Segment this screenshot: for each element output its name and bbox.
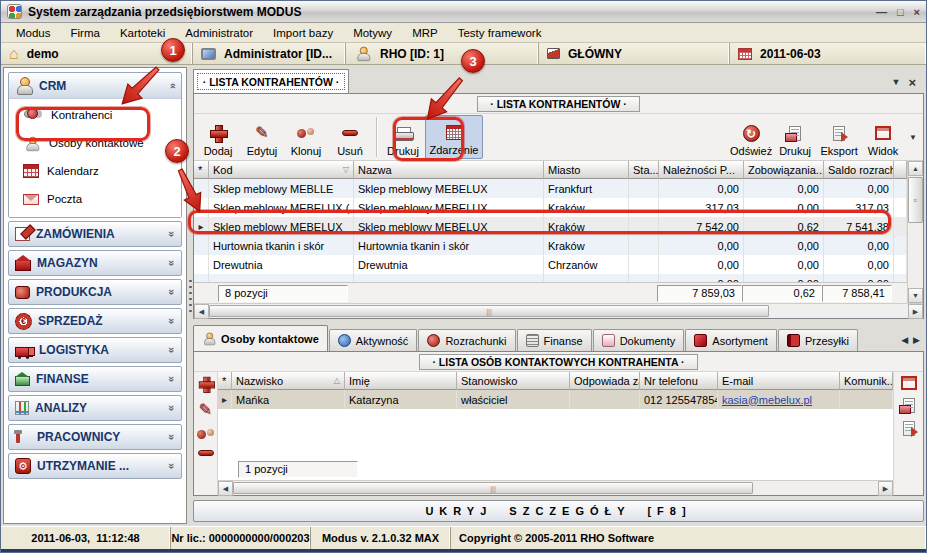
col-stanowisko[interactable]: Stanowisko — [457, 372, 570, 390]
tab-close-icon[interactable]: × — [908, 78, 924, 93]
export-button[interactable]: Eksport — [817, 115, 861, 159]
export-contact-button[interactable] — [903, 421, 915, 436]
col-marker[interactable]: * — [218, 372, 232, 390]
sidebar-group-sprzedaz[interactable]: € SPRZEDAŻ » — [8, 308, 182, 334]
table-row[interactable]: Hurtownia tkanin i skór Hurtownia tkanin… — [194, 236, 907, 255]
tabs-scroll-right-icon[interactable]: ▶ — [913, 335, 924, 351]
tabs-scroll-left-icon[interactable]: ◀ — [901, 335, 912, 351]
col-email[interactable]: E-mail — [718, 372, 840, 390]
contacts-horizontal-scrollbar[interactable]: ◀ ||| ▶ — [218, 480, 893, 495]
magazyn-icon — [15, 260, 31, 271]
hide-details-button[interactable]: UKRYJ SZCZEGÓŁY [F8] — [193, 500, 924, 522]
col-nazwisko[interactable]: Nazwisko△ — [232, 372, 345, 390]
poczta-label: Poczta — [47, 193, 82, 205]
add-contact-button[interactable] — [198, 377, 212, 391]
highlight-kontrahenci — [16, 107, 150, 141]
collapse-chevron-icon[interactable]: » — [166, 82, 178, 88]
branch-segment[interactable]: GŁÓWNY — [539, 43, 730, 64]
horizontal-scrollbar[interactable]: ◀ ||| ▶ — [194, 303, 923, 318]
scrollbar-thumb[interactable]: ≡ — [908, 177, 923, 223]
tab-przesylki[interactable]: Przesyłki — [778, 329, 858, 351]
menu-firma[interactable]: Firma — [62, 25, 109, 41]
expand-chevron-icon: » — [166, 463, 178, 469]
tab-rozrachunki[interactable]: Rozrachunki — [418, 329, 515, 351]
date-segment[interactable]: 2011-06-03 — [730, 43, 926, 64]
contact-row-selected[interactable]: ▸ Mańka Katarzyna właściciel 012 1255478… — [218, 390, 893, 409]
operator-segment[interactable]: RHO [ID: 1] — [346, 43, 539, 64]
scroll-down-icon: ▼ — [908, 288, 923, 303]
pracownicy-icon — [15, 430, 31, 444]
col-komunikator[interactable]: Komunik... — [840, 372, 893, 390]
col-odpowiada-za[interactable]: Odpowiada za — [570, 372, 640, 390]
delete-button[interactable]: Usuń — [328, 115, 372, 159]
col-zobowiazania[interactable]: Zobowiązania... — [744, 161, 824, 179]
col-kod[interactable]: Kod▽ — [209, 161, 354, 179]
sidebar-group-zamowienia[interactable]: ZAMÓWIENIA » — [8, 221, 182, 247]
clone-contact-button[interactable] — [197, 428, 215, 440]
sidebar-item-poczta[interactable]: Poczta — [23, 189, 181, 209]
menu-mrp[interactable]: MRP — [403, 25, 447, 41]
scrollbar-thumb[interactable]: ||| — [233, 482, 753, 494]
menu-administrator[interactable]: Administrator — [176, 25, 262, 41]
sidebar-group-utrzymanie[interactable]: ⚙ UTRZYMANIE ... » — [8, 453, 182, 479]
close-icon[interactable]: × — [914, 6, 920, 18]
col-status[interactable]: Sta... — [629, 161, 659, 179]
col-nr-telefonu[interactable]: Nr telefonu — [640, 372, 718, 390]
view-dropdown-icon[interactable]: ▼ — [905, 133, 921, 142]
sidebar-group-crm: CRM » Kontrahenci Osoby kontaktowe Kalen… — [8, 72, 182, 218]
logistyka-icon — [15, 347, 33, 357]
analizy-icon — [15, 401, 29, 415]
contacts-grid: * Nazwisko△ Imię Stanowisko Odpowiada za… — [218, 372, 893, 495]
table-row[interactable]: Drewutnia Drewutnia Chrzanów 0,00 0,00 0… — [194, 255, 907, 274]
col-marker[interactable]: * — [194, 161, 209, 179]
clone-button[interactable]: Klonuj — [284, 115, 328, 159]
view-button[interactable]: Widok — [861, 115, 905, 159]
sidebar-group-logistyka[interactable]: LOGISTYKA » — [8, 337, 182, 363]
col-imie[interactable]: Imię — [345, 372, 457, 390]
col-naleznosci[interactable]: Należności P... — [659, 161, 744, 179]
sidebar-group-analizy[interactable]: ANALIZY » — [8, 395, 182, 421]
vertical-scrollbar[interactable]: ▲ ≡ ▼ — [907, 161, 923, 303]
add-button[interactable]: Dodaj — [196, 115, 240, 159]
tab-asortyment[interactable]: Asortyment — [685, 329, 777, 351]
sidebar-group-pracownicy[interactable]: PRACOWNICY » — [8, 424, 182, 450]
sidebar-group-crm-header[interactable]: CRM » — [9, 73, 181, 99]
scrollbar-thumb[interactable]: ||| — [209, 305, 769, 317]
status-datetime: 2011-06-03, 11:12:48 — [1, 527, 171, 549]
print-contact-button[interactable] — [903, 398, 915, 413]
refresh-button[interactable]: ↻ Odśwież — [729, 115, 773, 159]
delete-contact-button[interactable] — [198, 450, 214, 456]
menu-import-bazy[interactable]: Import bazy — [264, 25, 342, 41]
menu-testy-framework[interactable]: Testy framework — [449, 25, 551, 41]
tab-osoby-kontaktowe[interactable]: Osoby kontaktowe — [193, 325, 328, 351]
tab-finanse[interactable]: Finanse — [517, 329, 592, 351]
maximize-icon[interactable]: □ — [897, 6, 904, 18]
menu-kartoteki[interactable]: Kartoteki — [111, 25, 174, 41]
sidebar-group-produkcja[interactable]: PRODUKCJA » — [8, 279, 182, 305]
status-license: Nr lic.: 0000000000/000203 — [171, 527, 311, 549]
menu-motywy[interactable]: Motywy — [344, 25, 401, 41]
sidebar-item-kalendarz[interactable]: Kalendarz — [23, 161, 181, 181]
table-row-clipped[interactable]: 0,00 0,00 0,00 — [194, 274, 907, 282]
view-contact-button[interactable] — [901, 376, 917, 390]
tab-dropdown-icon[interactable]: ▼ — [891, 77, 908, 93]
print2-button[interactable]: Drukuj — [773, 115, 817, 159]
edit-contact-button[interactable]: ✎ — [199, 402, 212, 418]
minimize-icon[interactable]: — — [876, 6, 887, 18]
col-saldo[interactable]: Saldo rozrach... — [824, 161, 894, 179]
email-link[interactable]: kasia@mebelux.pl — [722, 394, 812, 406]
expand-chevron-icon: » — [166, 434, 178, 440]
sidebar-group-finanse[interactable]: FINANSE » — [8, 366, 182, 392]
edit-button[interactable]: ✎ Edytuj — [240, 115, 284, 159]
menu-modus[interactable]: Modus — [7, 25, 60, 41]
tab-aktywnosc[interactable]: Aktywność — [329, 329, 418, 351]
shipments-tab-icon — [787, 334, 800, 347]
col-nazwa[interactable]: Nazwa — [354, 161, 544, 179]
sidebar-group-magazyn[interactable]: MAGAZYN » — [8, 250, 182, 276]
table-row[interactable]: Sklep meblowy MEBLLE Sklep meblowy MEBEL… — [194, 179, 907, 198]
col-miasto[interactable]: Miasto — [544, 161, 629, 179]
tab-lista-kontrahentow[interactable]: · LISTA KONTRAHENTÓW · — [193, 69, 349, 93]
contacts-panel-header: · LISTA OSÓB KONTAKTOWYCH KONTRAHENTA · — [194, 352, 923, 372]
tab-dokumenty[interactable]: Dokumenty — [593, 329, 685, 351]
user-segment[interactable]: Administrator [ID... — [193, 43, 346, 64]
